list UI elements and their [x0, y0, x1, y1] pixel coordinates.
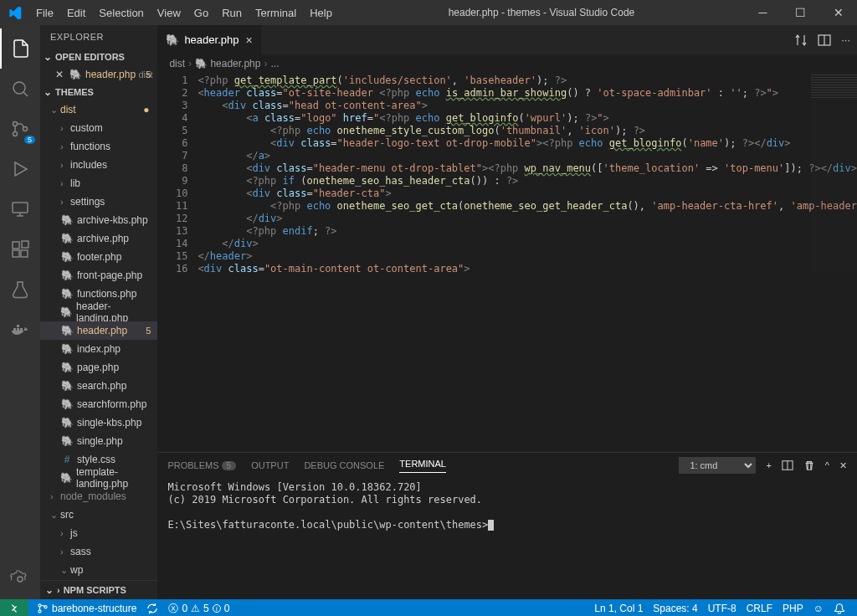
- folder-includes[interactable]: › includes: [40, 156, 157, 174]
- settings-gear-icon[interactable]: [0, 559, 40, 599]
- git-branch[interactable]: barebone-structure: [32, 603, 141, 614]
- source-control-icon[interactable]: 5: [0, 109, 40, 149]
- maximize-panel-icon[interactable]: ^: [825, 460, 829, 470]
- minimize-button[interactable]: ─: [744, 0, 782, 25]
- folder-lib[interactable]: › lib: [40, 174, 157, 192]
- feedback-icon[interactable]: ☺: [808, 603, 829, 614]
- extensions-icon[interactable]: [0, 229, 40, 270]
- svg-point-2: [13, 132, 18, 136]
- explorer-sidebar: EXPLORER OPEN EDITORS ✕🐘header.php dist …: [40, 25, 157, 599]
- menu-help[interactable]: Help: [303, 7, 339, 19]
- panel-tab-terminal[interactable]: TERMINAL: [399, 459, 446, 473]
- file-item[interactable]: 🐘searchform.php: [40, 395, 157, 413]
- svg-rect-11: [20, 328, 23, 331]
- file-item[interactable]: 🐘page.php: [40, 358, 157, 377]
- menu-run[interactable]: Run: [215, 7, 249, 19]
- folder-sass[interactable]: › sass: [40, 542, 157, 561]
- close-button[interactable]: ✕: [819, 0, 857, 25]
- encoding[interactable]: UTF-8: [703, 603, 742, 614]
- panel-tab-problems[interactable]: PROBLEMS 5: [167, 460, 236, 470]
- svg-point-0: [13, 82, 25, 94]
- file-header-php[interactable]: 🐘header.php5: [40, 321, 157, 340]
- terminal-selector[interactable]: 1: cmd: [679, 457, 756, 474]
- menu-terminal[interactable]: Terminal: [249, 7, 303, 19]
- cursor-position[interactable]: Ln 1, Col 1: [589, 603, 648, 614]
- line-gutter: 12345678910111213141516: [157, 73, 198, 452]
- menu-file[interactable]: File: [29, 7, 60, 19]
- file-item[interactable]: 🐘header-landing.php: [40, 303, 157, 321]
- new-terminal-icon[interactable]: +: [766, 460, 771, 470]
- svg-rect-12: [17, 325, 19, 327]
- workspace-section[interactable]: THEMES: [40, 84, 157, 100]
- sync-button[interactable]: [141, 603, 163, 614]
- tab-header-php[interactable]: 🐘 header.php ×: [157, 25, 260, 54]
- panel-tab-output[interactable]: OUTPUT: [251, 460, 289, 470]
- indentation[interactable]: Spaces: 4: [648, 603, 702, 614]
- file-item[interactable]: 🐘archive.php: [40, 229, 157, 248]
- svg-rect-5: [13, 242, 19, 249]
- close-panel-icon[interactable]: ✕: [839, 460, 847, 471]
- file-item[interactable]: 🐘front-page.php: [40, 266, 157, 285]
- file-item[interactable]: 🐘template-landing.php: [40, 469, 157, 487]
- open-editor-item[interactable]: ✕🐘header.php dist 5: [40, 65, 157, 84]
- problems-status[interactable]: ⓧ0 ⚠5 i0: [163, 602, 234, 616]
- editor-tabs: 🐘 header.php × ···: [157, 25, 857, 54]
- tab-close-icon[interactable]: ×: [245, 33, 252, 47]
- notifications-icon[interactable]: [829, 603, 850, 614]
- folder-js[interactable]: › js: [40, 524, 157, 542]
- code-editor[interactable]: 12345678910111213141516 <?php get_templa…: [157, 73, 857, 452]
- compare-changes-icon[interactable]: [794, 33, 808, 47]
- testing-icon[interactable]: [0, 270, 40, 310]
- folder-wp[interactable]: ⌄ wp: [40, 561, 157, 579]
- folder-node-modules[interactable]: › node_modules: [40, 487, 157, 506]
- editor-area: 🐘 header.php × ··· dist› 🐘 header.php› .…: [157, 25, 857, 599]
- code-content[interactable]: <?php get_template_part('includes/sectio…: [198, 73, 857, 452]
- open-editors-section[interactable]: OPEN EDITORS: [40, 49, 157, 65]
- file-item[interactable]: 🐘footer.php: [40, 248, 157, 266]
- terminal-output[interactable]: Microsoft Windows [Version 10.0.18362.72…: [157, 478, 857, 599]
- language-mode[interactable]: PHP: [777, 603, 808, 614]
- file-item[interactable]: 🐘search.php: [40, 377, 157, 395]
- split-terminal-icon[interactable]: [782, 459, 793, 471]
- bottom-panel: PROBLEMS 5 OUTPUT DEBUG CONSOLE TERMINAL…: [157, 452, 857, 599]
- search-icon[interactable]: [0, 69, 40, 109]
- folder-custom[interactable]: › custom: [40, 119, 157, 137]
- svg-point-1: [13, 122, 18, 126]
- menu-view[interactable]: View: [151, 7, 187, 19]
- folder-dist[interactable]: ⌄ dist●: [40, 100, 157, 119]
- main-menu: File Edit Selection View Go Run Terminal…: [29, 7, 339, 19]
- remote-indicator[interactable]: [0, 599, 28, 616]
- menu-go[interactable]: Go: [187, 7, 215, 19]
- file-item[interactable]: 🐘index.php: [40, 340, 157, 358]
- npm-scripts-section[interactable]: ›NPM SCRIPTS: [40, 580, 157, 599]
- folder-item[interactable]: › custom: [40, 579, 157, 580]
- file-item[interactable]: 🐘single-kbs.php: [40, 413, 157, 432]
- docker-icon[interactable]: [0, 310, 40, 350]
- menu-selection[interactable]: Selection: [92, 7, 150, 19]
- explorer-icon[interactable]: [0, 28, 40, 69]
- svg-point-17: [38, 610, 41, 613]
- breadcrumb[interactable]: dist› 🐘 header.php› ...: [157, 54, 857, 73]
- folder-settings[interactable]: › settings: [40, 192, 157, 211]
- panel-tab-debug[interactable]: DEBUG CONSOLE: [304, 460, 384, 470]
- kill-terminal-icon[interactable]: [803, 459, 815, 471]
- file-item[interactable]: 🐘single.php: [40, 432, 157, 450]
- run-debug-icon[interactable]: [0, 149, 40, 189]
- php-file-icon: 🐘: [166, 33, 179, 46]
- file-item[interactable]: 🐘archive-kbs.php: [40, 211, 157, 229]
- eol[interactable]: CRLF: [742, 603, 777, 614]
- folder-functions[interactable]: › functions: [40, 137, 157, 156]
- more-actions-icon[interactable]: ···: [841, 33, 850, 46]
- maximize-button[interactable]: ☐: [782, 0, 819, 25]
- remote-explorer-icon[interactable]: [0, 189, 40, 229]
- svg-point-3: [23, 127, 28, 131]
- vscode-logo-icon: [0, 6, 29, 19]
- split-editor-icon[interactable]: [818, 33, 831, 47]
- svg-rect-4: [13, 203, 28, 213]
- svg-rect-6: [13, 250, 19, 257]
- minimap[interactable]: [811, 73, 857, 274]
- svg-rect-9: [13, 328, 16, 331]
- folder-src[interactable]: ⌄ src: [40, 506, 157, 524]
- svg-rect-10: [17, 328, 19, 331]
- menu-edit[interactable]: Edit: [60, 7, 92, 19]
